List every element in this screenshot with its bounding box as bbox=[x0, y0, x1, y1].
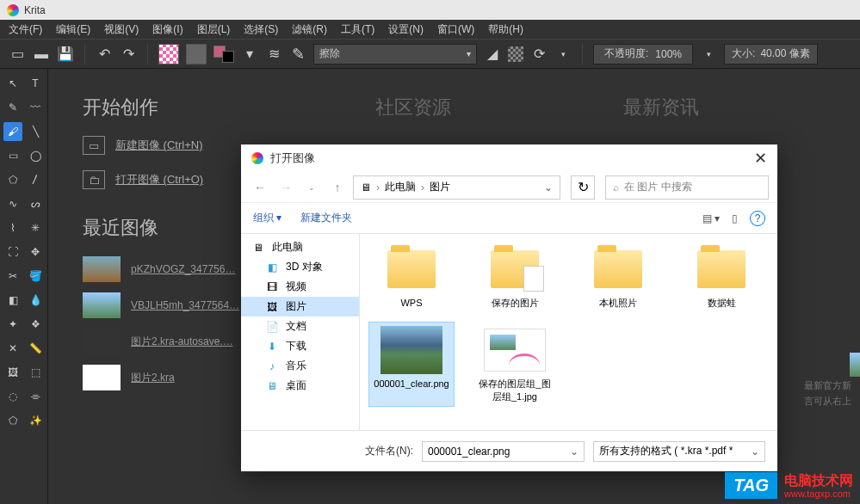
move-layer-tool-icon[interactable]: ✥ bbox=[26, 243, 45, 261]
freehand-path-tool-icon[interactable]: ᔕ bbox=[26, 194, 45, 213]
menu-edit[interactable]: 编辑(E) bbox=[53, 21, 94, 39]
brush-preset-icon[interactable]: ✎ bbox=[289, 46, 306, 63]
help-icon[interactable]: ? bbox=[750, 211, 765, 226]
file-item-folder[interactable]: WPS bbox=[368, 241, 455, 313]
chevron-down-icon[interactable]: ▾ bbox=[700, 46, 717, 63]
rect-select-tool-icon[interactable]: ⬚ bbox=[26, 363, 45, 382]
sidebar-item-pictures[interactable]: 🖼图片 bbox=[241, 297, 359, 317]
app-logo-icon bbox=[7, 4, 19, 16]
nav-recent-icon[interactable]: ⌄ bbox=[301, 177, 322, 198]
pattern-edit-tool-icon[interactable]: ❖ bbox=[26, 315, 45, 334]
line-tool-icon[interactable]: ╲ bbox=[26, 122, 45, 141]
menu-help[interactable]: 帮助(H) bbox=[485, 21, 527, 39]
nav-up-icon[interactable]: ↑ bbox=[327, 177, 348, 198]
contiguous-select-tool-icon[interactable]: ✨ bbox=[26, 411, 45, 430]
texture-swatch[interactable] bbox=[186, 44, 207, 65]
menu-file[interactable]: 文件(F) bbox=[5, 21, 46, 39]
nav-back-icon[interactable]: ← bbox=[250, 177, 270, 198]
opacity-slider[interactable]: 不透明度: 100% bbox=[593, 44, 693, 65]
menu-window[interactable]: 窗口(W) bbox=[434, 21, 478, 39]
separator bbox=[582, 44, 583, 65]
pc-icon: 🖥 bbox=[361, 181, 371, 194]
dynamic-brush-tool-icon[interactable]: ⌇ bbox=[3, 218, 22, 237]
search-input[interactable]: ⌕ 在 图片 中搜索 bbox=[605, 175, 769, 200]
polyline-tool-icon[interactable]: 〳 bbox=[26, 170, 45, 189]
watermark-text: 电脑技术网 bbox=[784, 472, 853, 489]
sidebar-item-desktop[interactable]: 🖥桌面 bbox=[241, 376, 359, 396]
transform-tool-icon[interactable]: ⛶ bbox=[3, 243, 22, 261]
menu-select[interactable]: 选择(S) bbox=[240, 21, 282, 39]
filename-input[interactable]: 000001_clear.png bbox=[422, 441, 585, 462]
menu-image[interactable]: 图像(I) bbox=[149, 21, 186, 39]
color-picker-tool-icon[interactable]: 💧 bbox=[26, 291, 45, 310]
eraser-icon[interactable]: ◢ bbox=[484, 46, 501, 63]
sidebar-item-3d[interactable]: ◧3D 对象 bbox=[241, 257, 359, 277]
file-item-image[interactable]: 保存的图层组_图层组_1.jpg bbox=[472, 322, 558, 407]
sidebar-item-music[interactable]: ♪音乐 bbox=[241, 356, 359, 376]
redo-icon[interactable]: ↷ bbox=[120, 46, 137, 63]
menu-tools[interactable]: 工具(T) bbox=[337, 21, 378, 39]
document-icon: 📄 bbox=[265, 321, 279, 333]
ellipse-tool-icon[interactable]: ◯ bbox=[26, 146, 45, 165]
poly-select-tool-icon[interactable]: ⬠ bbox=[3, 411, 22, 430]
lines-icon[interactable]: ≋ bbox=[265, 46, 282, 63]
filetype-select[interactable]: 所有支持的格式 ( *.kra *.pdf * bbox=[593, 441, 765, 462]
file-item-image[interactable]: 000001_clear.png bbox=[368, 322, 455, 407]
undo-icon[interactable]: ↶ bbox=[96, 46, 113, 63]
dialog-body: 🖥此电脑 ◧3D 对象 🎞视频 🖼图片 📄文档 ⬇下载 ♪音乐 🖥桌面 WPS … bbox=[241, 234, 777, 430]
file-item-folder[interactable]: 数据蛙 bbox=[678, 241, 764, 313]
brush-tool-icon[interactable]: 🖌 bbox=[3, 122, 22, 141]
menu-view[interactable]: 视图(V) bbox=[101, 21, 142, 39]
color-picker[interactable] bbox=[213, 46, 234, 63]
measure-tool-icon[interactable]: 📏 bbox=[26, 339, 45, 358]
address-bar[interactable]: 🖥 › 此电脑 › 图片 ⌄ bbox=[353, 175, 560, 200]
smart-patch-tool-icon[interactable]: ✦ bbox=[3, 315, 22, 334]
close-icon[interactable]: ✕ bbox=[754, 149, 767, 168]
reference-tool-icon[interactable]: 🖼 bbox=[3, 363, 22, 382]
open-doc-icon[interactable]: ▬ bbox=[33, 46, 50, 63]
fill-tool-icon[interactable]: 🪣 bbox=[26, 267, 45, 286]
new-doc-icon[interactable]: ▭ bbox=[9, 46, 26, 63]
dialog-nav-bar: ← → ⌄ ↑ 🖥 › 此电脑 › 图片 ⌄ ↻ ⌕ 在 图片 中搜索 bbox=[241, 172, 777, 203]
freehand-select-tool-icon[interactable]: ⌯ bbox=[26, 387, 45, 406]
sidebar-item-videos[interactable]: 🎞视频 bbox=[241, 277, 359, 297]
dialog-footer: 文件名(N): 000001_clear.png 所有支持的格式 ( *.kra… bbox=[241, 430, 777, 471]
file-item-folder[interactable]: 本机照片 bbox=[575, 241, 661, 313]
multibrush-tool-icon[interactable]: ✳ bbox=[26, 218, 45, 237]
alpha-lock-icon[interactable] bbox=[508, 46, 523, 62]
crop-tool-icon[interactable]: ✂ bbox=[3, 267, 22, 286]
sidebar-item-this-pc[interactable]: 🖥此电脑 bbox=[241, 237, 359, 257]
menu-settings[interactable]: 设置(N) bbox=[385, 21, 427, 39]
organize-menu[interactable]: 组织 ▾ bbox=[253, 211, 282, 225]
picture-icon: 🖼 bbox=[265, 301, 279, 313]
text-tool-icon[interactable]: T bbox=[26, 74, 45, 93]
news-snippet: 最新官方新 言可从右上 bbox=[804, 378, 851, 409]
move-tool-icon[interactable]: ↖ bbox=[3, 74, 22, 93]
new-folder-button[interactable]: 新建文件夹 bbox=[300, 211, 352, 225]
sidebar-item-downloads[interactable]: ⬇下载 bbox=[241, 336, 359, 356]
menu-layer[interactable]: 图层(L) bbox=[194, 21, 234, 39]
calligraphy-tool-icon[interactable]: 〰 bbox=[26, 98, 45, 117]
brush-size-input[interactable]: 大小: 40.00 像素 bbox=[724, 44, 818, 65]
rect-tool-icon[interactable]: ▭ bbox=[3, 146, 22, 165]
pattern-swatch[interactable] bbox=[158, 44, 179, 65]
view-mode-button[interactable]: ▤ ▾ bbox=[702, 212, 720, 224]
assistant-tool-icon[interactable]: ✕ bbox=[3, 339, 22, 358]
gradient-tool-icon[interactable]: ◧ bbox=[3, 291, 22, 310]
save-doc-icon[interactable]: 💾 bbox=[57, 46, 74, 63]
menu-filter[interactable]: 滤镜(R) bbox=[288, 21, 331, 39]
refresh-button[interactable]: ↻ bbox=[571, 175, 595, 200]
file-item-folder[interactable]: 保存的图片 bbox=[472, 241, 558, 313]
edit-shape-tool-icon[interactable]: ✎ bbox=[3, 98, 22, 117]
chevron-down-icon[interactable]: ▾ bbox=[554, 46, 572, 63]
nav-forward-icon[interactable]: → bbox=[275, 177, 296, 198]
right-columns: 社区资源 最新资讯 bbox=[375, 95, 699, 120]
blend-mode-select[interactable]: 擦除 bbox=[313, 44, 477, 65]
sidebar-item-documents[interactable]: 📄文档 bbox=[241, 317, 359, 336]
reload-icon[interactable]: ⟳ bbox=[530, 46, 548, 63]
chevron-down-icon[interactable]: ▾ bbox=[241, 46, 258, 63]
polygon-tool-icon[interactable]: ⬠ bbox=[3, 170, 22, 189]
bezier-tool-icon[interactable]: ∿ bbox=[3, 194, 22, 213]
preview-pane-button[interactable]: ▯ bbox=[732, 212, 738, 224]
ellipse-select-tool-icon[interactable]: ◌ bbox=[3, 387, 22, 406]
